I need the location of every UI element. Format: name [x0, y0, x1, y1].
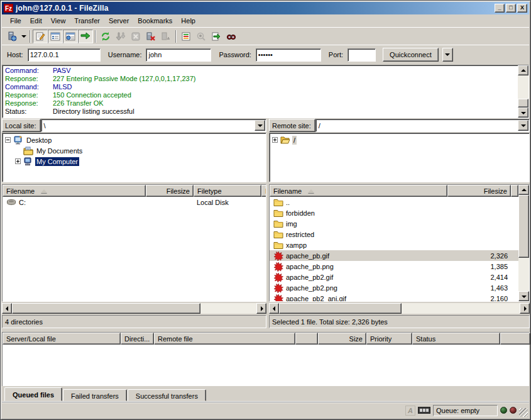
- scroll-up-icon[interactable]: [518, 185, 529, 195]
- tab-queued-files[interactable]: Queued files: [4, 387, 62, 401]
- scrollbar-track[interactable]: [402, 303, 520, 314]
- column-header-l[interactable]: L: [261, 185, 266, 197]
- remote-file-row[interactable]: apache_pb2_ani.gif2,160: [270, 293, 518, 301]
- disconnect-icon[interactable]: [143, 30, 158, 43]
- quickconnect-dropdown-button[interactable]: [442, 48, 453, 62]
- quickconnect-button[interactable]: Quickconnect: [383, 48, 439, 62]
- queue-column-blank[interactable]: [500, 333, 530, 345]
- remote-file-row[interactable]: apache_pb.gif2,326: [270, 250, 518, 261]
- tab-failed-transfers[interactable]: Failed transfers: [63, 389, 127, 401]
- local-horizontal-scrollbar[interactable]: [2, 303, 266, 314]
- file-name: apache_pb.png: [286, 263, 334, 270]
- menu-view[interactable]: View: [47, 16, 70, 26]
- queue-column-blank[interactable]: [295, 333, 318, 345]
- synchronized-browsing-icon[interactable]: [209, 30, 224, 43]
- toggle-message-log-icon[interactable]: [33, 30, 48, 43]
- scrollbar-thumb[interactable]: [518, 99, 528, 108]
- speed-limit-icon[interactable]: [418, 407, 430, 414]
- scrollbar-track[interactable]: [200, 303, 256, 314]
- menu-edit[interactable]: Edit: [26, 16, 47, 26]
- column-header-filesize[interactable]: Filesize: [447, 185, 511, 197]
- toggle-local-tree-icon[interactable]: [48, 30, 63, 43]
- menu-transfer[interactable]: Transfer: [70, 16, 104, 26]
- menu-help[interactable]: Help: [177, 16, 200, 26]
- remote-file-row[interactable]: img: [270, 218, 518, 229]
- scroll-right-icon[interactable]: [256, 303, 266, 314]
- remote-file-row[interactable]: apache_pb2.gif2,414: [270, 272, 518, 282]
- scroll-up-icon[interactable]: [518, 65, 528, 75]
- remote-file-row[interactable]: apache_pb2.png1,463: [270, 282, 518, 293]
- site-manager-dropdown-icon[interactable]: [19, 30, 28, 43]
- queue-column-directi-[interactable]: Directi...: [121, 333, 154, 345]
- scroll-down-icon[interactable]: [518, 291, 529, 301]
- minimize-button[interactable]: _: [495, 4, 505, 13]
- scrollbar-track[interactable]: [518, 258, 529, 291]
- close-button[interactable]: X: [517, 4, 527, 13]
- local-tree-item[interactable]: Desktop: [3, 135, 266, 145]
- remote-list-scrollbar[interactable]: [518, 185, 529, 301]
- column-header-filename[interactable]: Filename: [3, 185, 146, 197]
- refresh-icon[interactable]: [98, 30, 113, 43]
- remote-tree-item[interactable]: /: [270, 135, 529, 145]
- remote-file-row[interactable]: apache_pb.png1,385: [270, 261, 518, 272]
- collapse-icon[interactable]: [5, 137, 11, 143]
- local-tree-item[interactable]: My Computer: [3, 156, 266, 167]
- column-header-filesize[interactable]: Filesize: [146, 185, 194, 197]
- queue-status-panel: Queue: empty: [433, 405, 498, 416]
- queue-column-remote-file[interactable]: Remote file: [154, 333, 295, 345]
- local-tree-label[interactable]: My Computer: [35, 157, 79, 166]
- expand-icon[interactable]: [272, 137, 278, 143]
- menu-server[interactable]: Server: [104, 16, 133, 26]
- toggle-transfer-queue-icon[interactable]: [78, 30, 93, 43]
- transfer-type-icon[interactable]: A: [405, 406, 415, 416]
- column-header-filename[interactable]: Filename: [270, 185, 447, 197]
- password-input[interactable]: [256, 48, 321, 62]
- remote-file-row[interactable]: ..: [270, 197, 518, 207]
- scroll-left-icon[interactable]: [269, 303, 279, 314]
- maximize-button[interactable]: □: [506, 4, 516, 13]
- local-tree-label[interactable]: Desktop: [25, 136, 53, 145]
- queue-column-status[interactable]: Status: [412, 333, 500, 345]
- host-input[interactable]: [28, 48, 101, 62]
- scrollbar-thumb[interactable]: [518, 195, 529, 258]
- scroll-right-icon[interactable]: [520, 303, 530, 314]
- find-files-icon[interactable]: [224, 30, 239, 43]
- window-title: john@127.0.0.1 - FileZilla: [16, 4, 493, 13]
- remote-file-row[interactable]: forbidden: [270, 207, 518, 218]
- column-header-filetype[interactable]: Filetype: [194, 185, 261, 197]
- tab-successful-transfers[interactable]: Successful transfers: [128, 389, 206, 401]
- local-site-combobox[interactable]: \: [41, 119, 266, 132]
- chevron-down-icon[interactable]: [518, 120, 528, 131]
- resize-grip[interactable]: [519, 408, 528, 417]
- app-icon[interactable]: Fz: [4, 4, 13, 13]
- expand-icon[interactable]: [15, 158, 21, 164]
- chevron-down-icon[interactable]: [255, 120, 265, 131]
- queue-column-size[interactable]: Size: [318, 333, 366, 345]
- menu-bookmarks[interactable]: Bookmarks: [133, 16, 177, 26]
- remote-tree-label[interactable]: /: [292, 136, 297, 145]
- local-tree-item[interactable]: My Documents: [3, 145, 266, 156]
- queue-column-server-local-file[interactable]: Server/Local file: [3, 333, 121, 345]
- filter-icon[interactable]: [178, 30, 194, 43]
- username-input[interactable]: [146, 48, 211, 62]
- message-log-scrollbar[interactable]: [518, 65, 528, 118]
- remote-file-row[interactable]: xampp: [270, 240, 518, 250]
- scroll-left-icon[interactable]: [2, 303, 12, 314]
- remote-horizontal-scrollbar[interactable]: [269, 303, 530, 314]
- local-tree-label[interactable]: My Documents: [35, 146, 84, 155]
- scrollbar-thumb[interactable]: [12, 303, 200, 314]
- title-bar[interactable]: Fz john@127.0.0.1 - FileZilla _ □ X: [2, 2, 529, 14]
- scrollbar-thumb[interactable]: [279, 303, 402, 314]
- menu-file[interactable]: File: [6, 16, 26, 26]
- remote-site-combobox[interactable]: /: [315, 119, 530, 132]
- port-input[interactable]: [348, 48, 376, 62]
- toolbar-separator: [175, 30, 177, 43]
- remote-file-row[interactable]: restricted: [270, 229, 518, 240]
- scroll-down-icon[interactable]: [518, 108, 528, 118]
- filezilla-window: Fz john@127.0.0.1 - FileZilla _ □ X File…: [0, 0, 531, 420]
- site-manager-icon[interactable]: [4, 30, 19, 43]
- image-icon: [273, 283, 283, 293]
- queue-column-priority[interactable]: Priority: [366, 333, 412, 345]
- toggle-remote-tree-icon[interactable]: [63, 30, 78, 43]
- local-file-row[interactable]: C:Local Disk: [3, 197, 266, 207]
